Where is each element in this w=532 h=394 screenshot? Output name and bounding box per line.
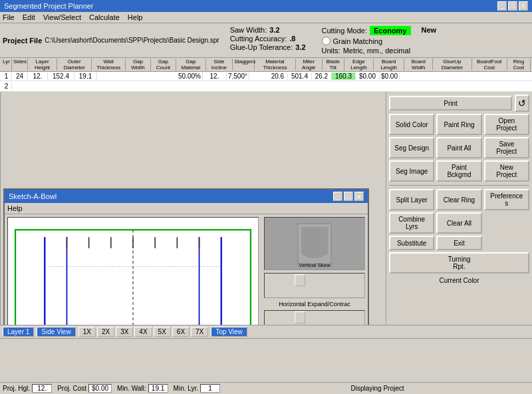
vertical-skew-slider[interactable] [264,273,365,298]
app-maximize-button[interactable]: □ [508,1,517,11]
min-lyr-value: 1 [200,384,220,393]
new-project-button[interactable]: New Project [484,160,529,182]
td-row1-edge-length: 20.6 [268,73,288,80]
exit-button[interactable]: Exit [436,236,481,250]
zoom-4x[interactable]: 4X [134,327,152,337]
current-color-label: Current Color [389,277,529,284]
horiz-expand-label: Horizontal Expand/Contrac [264,301,365,307]
menu-view-select[interactable]: View/Select [43,13,81,21]
undo-button[interactable]: ↺ [515,95,529,112]
solid-color-button[interactable]: Solid Color [389,114,434,135]
dialog-menu-help[interactable]: Help [7,204,23,212]
th-board-width: Board Width [404,59,433,71]
min-lyr-item: Min. Lyr. 1 [174,384,220,393]
paint-ring-button[interactable]: Paint Ring [436,114,481,135]
min-wall-label: Min. Wall: [117,385,146,392]
td-row1-lyr: 1 [1,73,12,80]
open-project-button[interactable]: Open Project [484,114,529,135]
combine-lyrs-button[interactable]: Combine Lyrs [389,212,434,234]
grain-matching-label: Grain Matching [333,37,383,45]
app-minimize-button[interactable]: _ [497,1,507,11]
zoom-5x[interactable]: 5X [154,327,171,337]
dialog-close-button[interactable]: ✕ [354,192,364,201]
th-gap-material: Gap Material [176,59,205,71]
th-blade-tilt: Blade Tilt [323,59,344,71]
preferences-button[interactable]: Preference s [484,189,529,210]
glueup-tolerance-value: 3.2 [295,43,305,51]
dialog-maximize-button[interactable]: □ [344,192,353,201]
tab-layer[interactable]: Layer 1 [3,327,34,337]
horiz-expand-handle[interactable] [295,311,305,323]
bowl-svg [8,218,258,325]
saw-width-label: Saw Width: [230,26,267,34]
td-row1-board-width: 26.2 [312,73,332,80]
glueup-tolerance-row: Glue-Up Tolerance: 3.2 [230,43,306,51]
th-edge-length: Edge Length [344,59,374,71]
main-area: Dis Print ↺ Solid Color Paint Ring Open … [0,92,532,325]
td-row2-lyr: 2 [1,83,12,90]
proj-hgl-item: Proj. Hgl. 12. [3,384,52,393]
zoom-7x[interactable]: 7X [191,327,208,337]
dialog-titlebar: Sketch-A-Bowl _ □ ✕ [5,190,368,203]
tab-side-view[interactable]: Side View [37,327,75,337]
app-close-button[interactable]: ✕ [519,1,528,11]
project-name-area: New [422,26,437,55]
td-row1-board-length: 501.4 [288,73,312,80]
td-row1-miter-angle: 7.500° [227,73,249,80]
clear-ring-button[interactable]: Clear Ring [436,189,481,210]
save-project-button[interactable]: Save Project [484,137,529,158]
print-button[interactable]: Print [389,96,512,110]
th-staggers: Staggers [233,59,255,71]
dialog-right-controls: Vertical Skew Horizontal Expand/Contrac [261,214,368,325]
cutting-accuracy-value: .8 [289,35,295,43]
td-row1-glueup-diameter: 160.3 [332,73,356,80]
turning-rpt-button[interactable]: Turning Rpt. [389,252,529,274]
tab-top-view[interactable]: Top View [211,327,247,337]
paint-bckgmd-button[interactable]: Paint Bckgmd [436,160,481,182]
saw-width-row: Saw Width: 3.2 [230,26,306,34]
zoom-1x[interactable]: 1X [78,327,96,337]
proj-cost-label: Proj. Cost [57,385,86,392]
saw-width-value: 3.2 [269,26,279,34]
preview-box: Vertical Skew [264,217,365,270]
seg-image-button[interactable]: Seg Image [389,160,434,182]
app-titlebar: Segmented Project Planner _ □ ✕ [0,0,532,12]
horiz-expand-slider[interactable] [264,310,365,325]
units-row: Units: Metric, mm., decimal [322,47,411,55]
grain-matching-radio[interactable] [322,37,331,45]
project-file-label: Project File [3,37,42,45]
td-row1-wall-thickness: 19.1 [74,73,97,80]
proj-hgl-value: 12. [32,384,52,393]
cutting-mode-value: Economy [370,26,411,35]
td-row1-layer-height: 12. [28,73,48,80]
dialog-title: Sketch-A-Bowl [9,192,57,200]
project-file-path: C:\Users\ashort\Documents\SPP\Projects\B… [45,37,219,44]
zoom-2x[interactable]: 2X [97,327,114,337]
menu-help[interactable]: Help [128,13,143,21]
zoom-3x[interactable]: 3X [116,327,133,337]
th-gap-count: Gap Count [151,59,176,71]
th-side-incline: Side Incline [206,59,233,71]
empty-cell-2 [484,236,529,250]
table-row-2: 2 [0,81,532,92]
dialog-minimize-button[interactable]: _ [333,192,342,201]
vertical-skew-handle[interactable] [295,274,305,286]
menu-file[interactable]: File [3,13,15,21]
table-header: Lyr Sides Layer Height Outer Diameter Wa… [0,58,532,72]
substitute-button[interactable]: Substitute [389,236,434,250]
th-glueup-diameter: GlueUp Diameter [433,59,471,71]
seg-design-button[interactable]: Seg Design [389,137,434,158]
paint-all-button[interactable]: Paint All [436,137,481,158]
proj-cost-item: Proj. Cost $0.00 [57,384,112,393]
project-file-area: Project File C:\Users\ashort\Documents\S… [3,26,219,55]
menu-calculate[interactable]: Calculate [89,13,120,21]
clear-all-button[interactable]: Clear All [436,212,481,234]
menu-edit[interactable]: Edit [23,13,35,21]
project-metrics: Saw Width: 3.2 Cutting Accuracy: .8 Glue… [230,26,306,55]
dialog-menubar: Help [5,203,368,214]
button-row-6: Substitute Exit [389,236,529,250]
split-layer-button[interactable]: Split Layer [389,189,434,210]
th-gap-width: Gap Width [126,59,151,71]
zoom-6x[interactable]: 6X [172,327,190,337]
td-row1-outer-diameter: 152.4 [48,73,74,80]
